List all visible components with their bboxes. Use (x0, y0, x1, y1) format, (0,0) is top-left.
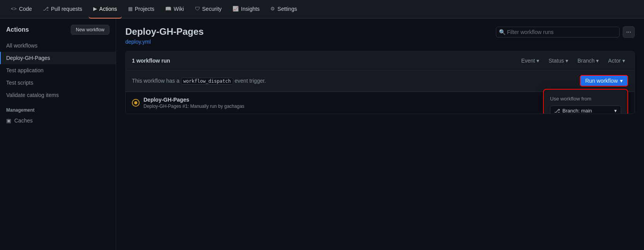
nav-code[interactable]: <> Code (6, 0, 37, 19)
branch-filter-button[interactable]: Branch ▾ (574, 56, 602, 65)
sidebar-item-caches[interactable]: ▣ Caches (0, 114, 116, 127)
actions-icon: ▶ (93, 6, 97, 12)
trigger-right: Run workflow ▾ Use workflow from ⎇ Branc… (580, 75, 628, 87)
workflow-title: Deploy-GH-Pages (125, 26, 204, 37)
trigger-notice: This workflow has a workflow_dispatch ev… (126, 70, 634, 92)
chevron-down-icon: ▾ (565, 58, 568, 64)
chevron-down-icon: ▾ (620, 78, 623, 84)
runs-count: 1 workflow run (132, 58, 170, 64)
sidebar-header: Actions New workflow (0, 25, 116, 39)
workflow-header: Deploy-GH-Pages deploy.yml 🔍 ··· (125, 26, 635, 45)
pull-request-icon: ⎇ (43, 6, 49, 12)
chevron-down-icon: ▾ (536, 58, 539, 64)
nav-projects[interactable]: ▦ Projects (123, 0, 159, 19)
sidebar-item-test-scripts[interactable]: Test scripts (0, 77, 116, 89)
nav-settings[interactable]: ⚙ Settings (266, 0, 302, 19)
main-content: Deploy-GH-Pages deploy.yml 🔍 ··· 1 workf… (116, 19, 644, 250)
nav-actions[interactable]: ▶ Actions (89, 0, 122, 19)
branch-selector[interactable]: ⎇ Branch: main ▾ (550, 105, 621, 114)
management-section-label: Management (0, 101, 116, 114)
event-filter-button[interactable]: Event ▾ (518, 56, 542, 65)
sidebar-item-test-application[interactable]: Test application (0, 64, 116, 77)
security-icon: 🛡 (195, 6, 200, 12)
wiki-icon: 📖 (165, 6, 171, 12)
status-in-progress-icon (132, 99, 140, 107)
runs-header: 1 workflow run Event ▾ Status ▾ Branch ▾ (126, 51, 634, 70)
branch-icon: ⎇ (554, 108, 560, 114)
run-workflow-button[interactable]: Run workflow ▾ (580, 75, 628, 87)
runs-container: 1 workflow run Event ▾ Status ▾ Branch ▾ (125, 51, 635, 114)
filter-input[interactable] (496, 27, 620, 37)
nav-pull-requests[interactable]: ⎇ Pull requests (38, 0, 87, 19)
sidebar-item-all-workflows[interactable]: All workflows (0, 39, 116, 52)
top-nav: <> Code ⎇ Pull requests ▶ Actions ▦ Proj… (0, 0, 644, 19)
run-workflow-popup: Use workflow from ⎇ Branch: main ▾ Run w… (543, 89, 628, 114)
popup-title: Use workflow from (550, 96, 621, 102)
sidebar-item-deploy-gh-pages[interactable]: Deploy-GH-Pages (0, 52, 116, 64)
chevron-down-icon: ▾ (614, 108, 617, 114)
settings-icon: ⚙ (270, 6, 275, 12)
more-options-button[interactable]: ··· (623, 26, 635, 38)
chevron-down-icon: ▾ (596, 58, 599, 64)
sidebar-item-validate-catalog-items[interactable]: Validate catalog items (0, 89, 116, 101)
filter-input-wrapper: 🔍 (496, 27, 620, 37)
runs-filters: Event ▾ Status ▾ Branch ▾ Actor ▾ (518, 56, 628, 65)
code-icon: <> (11, 6, 17, 12)
sidebar: Actions New workflow All workflows Deplo… (0, 19, 116, 250)
search-icon: 🔍 (499, 29, 506, 35)
actor-filter-button[interactable]: Actor ▾ (605, 56, 628, 65)
new-workflow-button[interactable]: New workflow (71, 25, 109, 35)
nav-insights[interactable]: 📈 Insights (228, 0, 264, 19)
main-layout: Actions New workflow All workflows Deplo… (0, 19, 644, 250)
sidebar-title: Actions (6, 26, 29, 33)
header-right: 🔍 ··· (496, 26, 635, 38)
workflow-title-block: Deploy-GH-Pages deploy.yml (125, 26, 204, 45)
projects-icon: ▦ (128, 6, 133, 12)
trigger-code: workflow_dispatch (181, 78, 233, 85)
caches-icon: ▣ (6, 117, 11, 124)
nav-wiki[interactable]: 📖 Wiki (161, 0, 188, 19)
status-icon (132, 99, 140, 107)
run-popup-container: Run workflow ▾ Use workflow from ⎇ Branc… (580, 75, 628, 87)
workflow-filename[interactable]: deploy.yml (125, 39, 151, 45)
insights-icon: 📈 (232, 6, 239, 12)
chevron-down-icon: ▾ (622, 58, 625, 64)
trigger-notice-text: This workflow has a workflow_dispatch ev… (132, 78, 266, 84)
nav-security[interactable]: 🛡 Security (190, 0, 227, 19)
status-filter-button[interactable]: Status ▾ (545, 56, 571, 65)
